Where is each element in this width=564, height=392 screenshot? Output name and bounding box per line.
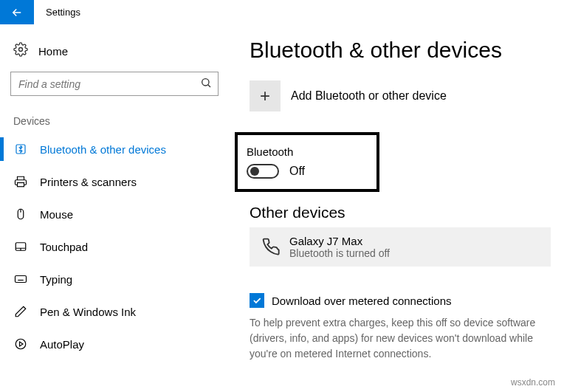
printer-icon — [13, 175, 28, 188]
search-icon — [200, 77, 212, 92]
svg-point-0 — [19, 48, 23, 52]
device-name: Galaxy J7 Max — [289, 235, 390, 247]
sidebar-item-label: AutoPlay — [40, 338, 84, 351]
home-label: Home — [38, 45, 68, 58]
svg-rect-6 — [16, 276, 27, 283]
sidebar-item-label: Pen & Windows Ink — [40, 306, 136, 318]
main-content: Bluetooth & other devices + Add Bluetoot… — [229, 24, 564, 392]
sidebar-item-label: Printers & scanners — [40, 176, 137, 188]
gear-icon — [13, 42, 28, 60]
sidebar-item-mouse[interactable]: Mouse — [10, 198, 229, 230]
sidebar-item-typing[interactable]: Typing — [10, 263, 229, 295]
sidebar-item-autoplay[interactable]: AutoPlay — [10, 328, 229, 360]
sidebar-item-touchpad[interactable]: Touchpad — [10, 230, 229, 263]
app-title: Settings — [34, 7, 80, 18]
pen-icon — [13, 305, 28, 318]
device-item[interactable]: Galaxy J7 Max Bluetooth is turned off — [250, 227, 551, 267]
touchpad-icon — [13, 240, 28, 253]
metered-label: Download over metered connections — [272, 295, 451, 307]
add-device-button[interactable]: + Add Bluetooth or other device — [250, 80, 551, 111]
search-input-wrap[interactable] — [10, 72, 219, 96]
keyboard-icon — [13, 272, 28, 286]
device-status: Bluetooth is turned off — [289, 247, 390, 259]
watermark: wsxdn.com — [511, 377, 555, 388]
bluetooth-icon — [13, 142, 28, 156]
phone-icon — [260, 235, 281, 259]
back-button[interactable] — [0, 0, 34, 24]
plus-icon: + — [250, 80, 281, 111]
sidebar-item-printers[interactable]: Printers & scanners — [10, 165, 229, 198]
svg-point-1 — [202, 78, 209, 85]
search-input[interactable] — [18, 78, 200, 90]
sidebar-item-label: Typing — [40, 273, 72, 286]
metered-checkbox-row[interactable]: Download over metered connections — [250, 293, 551, 308]
sidebar-item-label: Touchpad — [40, 241, 88, 253]
home-button[interactable]: Home — [10, 38, 229, 72]
checkbox-checked-icon — [250, 293, 264, 308]
sidebar-item-label: Bluetooth & other devices — [40, 143, 166, 156]
sidebar-item-bluetooth[interactable]: Bluetooth & other devices — [10, 133, 229, 165]
page-title: Bluetooth & other devices — [250, 38, 551, 63]
autoplay-icon — [13, 337, 28, 351]
mouse-icon — [13, 207, 28, 221]
bluetooth-state: Off — [289, 165, 305, 178]
bluetooth-highlight-box: Bluetooth Off — [235, 132, 379, 192]
title-bar: Settings — [0, 0, 564, 24]
bluetooth-label: Bluetooth — [247, 145, 363, 158]
add-device-label: Add Bluetooth or other device — [291, 89, 447, 103]
sidebar-section-title: Devices — [10, 115, 229, 133]
sidebar-item-label: Mouse — [40, 208, 73, 221]
svg-point-7 — [16, 339, 26, 349]
bluetooth-toggle[interactable] — [247, 164, 279, 179]
svg-rect-3 — [18, 183, 24, 187]
metered-help-text: To help prevent extra charges, keep this… — [250, 315, 551, 362]
other-devices-title: Other devices — [250, 204, 551, 221]
sidebar-item-pen[interactable]: Pen & Windows Ink — [10, 295, 229, 328]
sidebar: Home Devices Bluetooth & other devices P… — [0, 24, 229, 392]
back-arrow-icon — [10, 6, 24, 19]
